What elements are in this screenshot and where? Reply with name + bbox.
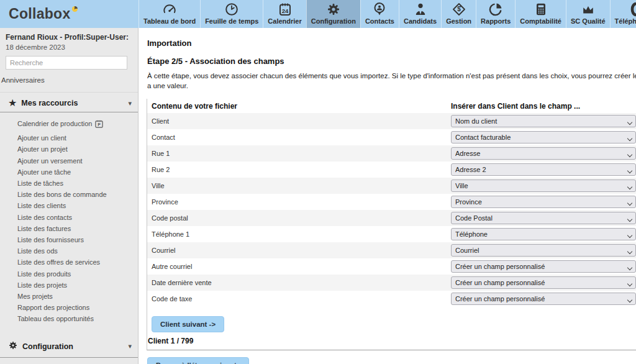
sidebar-item-mes-projets[interactable]: Mes projets <box>17 291 138 302</box>
column-header-file-content: Contenu de votre fichier <box>147 102 451 111</box>
import-mapping-panel: Contenu de votre fichier Insérer dans Cl… <box>147 99 636 350</box>
step-title: Étape 2/5 - Association des champs <box>147 57 636 66</box>
configuration-title: Configuration <box>22 342 73 351</box>
person-pin-icon <box>372 2 387 17</box>
sidebar-item-ajouter-un-projet[interactable]: Ajouter un projet <box>17 143 138 155</box>
table-row: Courriel Courriel <box>147 242 636 258</box>
next-step-button[interactable]: Passer à l'étape suivante <box>147 357 249 364</box>
top-bar: Collabox Tableau de bord Feuille de temp… <box>0 0 636 28</box>
nav-label: Téléphonie <box>615 17 636 25</box>
page-title: Importation <box>147 39 636 48</box>
mapping-rows: Client Nom du client Contact Contact fac… <box>147 113 636 307</box>
field-label: Province <box>147 198 451 206</box>
sidebar-item-employes[interactable]: Employés <box>17 362 138 364</box>
nav-label: Comptabilité <box>520 17 561 25</box>
sidebar-item-calendrier-de-production[interactable]: Calendrier de production P <box>17 118 138 129</box>
sidebar-item-liste-des-produits[interactable]: Liste des produits <box>17 268 138 280</box>
sidebar-item-liste-des-contacts[interactable]: Liste des contacts <box>17 212 138 223</box>
table-row: Code de taxe Créer un champ personnalisé <box>147 291 636 307</box>
nav-item-calendrier[interactable]: 24 Calendrier <box>263 0 306 28</box>
mapping-select-autre-courriel[interactable]: Créer un champ personnalisé <box>451 260 636 273</box>
app-logo[interactable]: Collabox <box>0 0 139 28</box>
nav-item-tableau-de-bord[interactable]: Tableau de bord <box>139 0 200 28</box>
user-block: Fernand Rioux - Profil:Super-User: 18 dé… <box>0 28 138 70</box>
nav-label: Contacts <box>365 17 394 25</box>
mapping-select-rue-2[interactable]: Adresse 2 <box>451 163 636 176</box>
chevron-down-icon: ▾ <box>128 99 132 107</box>
table-row: Rue 2 Adresse 2 <box>147 162 636 178</box>
nav-item-feuille-de-temps[interactable]: Feuille de temps <box>200 0 263 28</box>
table-row: Rue 1 Adresse <box>147 145 636 162</box>
field-label: Contact <box>147 134 451 141</box>
mapping-select-ville[interactable]: Ville <box>451 180 636 192</box>
next-client-button[interactable]: Client suivant -> <box>152 316 224 332</box>
gauge-icon <box>162 2 177 17</box>
nav-item-configuration[interactable]: Configuration <box>306 0 360 28</box>
phone-icon <box>625 2 636 17</box>
mapping-select-courriel[interactable]: Courriel <box>451 244 636 257</box>
nav-label: Gestion <box>446 17 471 25</box>
sidebar-item-tableau-des-opportunites[interactable]: Tableau des opportunités <box>17 313 138 324</box>
nav-item-sc-qualite[interactable]: SC Qualité <box>566 0 610 28</box>
logo-dot-icon <box>72 6 78 12</box>
sidebar-item-liste-de-taches[interactable]: Liste de tâches <box>17 178 138 189</box>
mapping-select-code-de-taxe[interactable]: Créer un champ personnalisé <box>451 293 636 305</box>
current-date: 18 décembre 2023 <box>6 43 132 51</box>
table-row: Ville Ville <box>147 178 636 194</box>
mapping-select-telephone-1[interactable]: Téléphone <box>451 228 636 240</box>
main-nav: Tableau de bord Feuille de temps 24 Cale… <box>139 0 636 28</box>
search-input[interactable] <box>6 56 127 70</box>
calendar-24-icon: 24 <box>278 2 293 17</box>
svg-text:24: 24 <box>281 7 288 14</box>
nav-item-gestion[interactable]: $ Gestion <box>441 0 476 28</box>
table-row: Date dernière vente Créer un champ perso… <box>147 275 636 291</box>
nav-item-contacts[interactable]: Contacts <box>360 0 399 28</box>
mapping-select-code-postal[interactable]: Code Postal <box>451 212 636 224</box>
field-label: Autre courriel <box>147 263 451 270</box>
clock-icon <box>224 2 239 17</box>
nav-item-rapports[interactable]: Rapports <box>476 0 515 28</box>
sidebar-item-liste-des-clients[interactable]: Liste des clients <box>17 200 138 211</box>
field-label: Rue 2 <box>147 166 451 173</box>
sidebar-item-ajouter-un-versement[interactable]: Ajouter un versement <box>17 155 138 166</box>
sidebar-item-liste-des-factures[interactable]: Liste des factures <box>17 223 138 234</box>
production-calendar-icon: P <box>95 120 103 128</box>
nav-label: SC Qualité <box>571 17 606 25</box>
mapping-select-province[interactable]: Province <box>451 196 636 208</box>
table-header-row: Contenu de votre fichier Insérer dans Cl… <box>147 99 636 113</box>
sidebar-item-liste-des-offres-de-services[interactable]: Liste des offres de services <box>17 257 138 268</box>
nav-label: Feuille de temps <box>205 17 258 25</box>
calculator-icon <box>534 2 548 17</box>
nav-item-comptabilite[interactable]: Comptabilité <box>515 0 566 28</box>
sidebar-item-liste-des-ods[interactable]: Liste des ods <box>17 245 138 257</box>
mapping-select-contact[interactable]: Contact facturable <box>451 131 636 143</box>
client-counter: Client 1 / 799 <box>148 337 636 345</box>
mapping-select-date-derniere-vente[interactable]: Créer un champ personnalisé <box>451 276 636 289</box>
anniversaires-link[interactable]: Anniversaires <box>1 76 138 84</box>
chevron-down-icon: ▾ <box>128 342 132 350</box>
sidebar-item-liste-des-fournisseurs[interactable]: Liste des fournisseurs <box>17 234 138 245</box>
field-label: Client <box>147 117 451 125</box>
table-row: Autre courriel Créer un champ personnali… <box>147 258 636 275</box>
table-row: Contact Contact facturable <box>147 129 636 145</box>
sidebar-item-rapport-des-projections[interactable]: Rapport des projections <box>17 302 138 313</box>
table-row: Province Province <box>147 194 636 210</box>
mapping-select-client[interactable]: Nom du client <box>451 115 636 127</box>
crown-icon <box>581 2 596 17</box>
nav-item-candidats[interactable]: Candidats <box>399 0 441 28</box>
field-label: Date dernière vente <box>147 279 451 286</box>
field-label: Téléphone 1 <box>147 230 451 238</box>
configuration-list: Employés Clients <box>0 358 138 364</box>
sidebar-item-liste-des-projets[interactable]: Liste des projets <box>17 280 138 291</box>
gear-icon <box>8 340 18 353</box>
nav-item-telephonie[interactable]: Téléphonie <box>610 0 636 28</box>
pie-chart-icon <box>488 2 503 17</box>
price-tag-icon: $ <box>452 2 466 17</box>
sidebar-item-ajouter-une-tache[interactable]: Ajouter une tâche <box>17 166 138 178</box>
field-label: Code postal <box>147 214 451 222</box>
configuration-section-header[interactable]: Configuration ▾ <box>0 334 138 358</box>
sidebar-item-liste-des-bons-de-commande[interactable]: Liste des bons de commande <box>17 189 138 200</box>
sidebar-item-ajouter-un-client[interactable]: Ajouter un client <box>17 132 138 143</box>
shortcuts-section-header[interactable]: ★ Mes raccourcis ▾ <box>0 93 138 112</box>
mapping-select-rue-1[interactable]: Adresse <box>451 147 636 160</box>
